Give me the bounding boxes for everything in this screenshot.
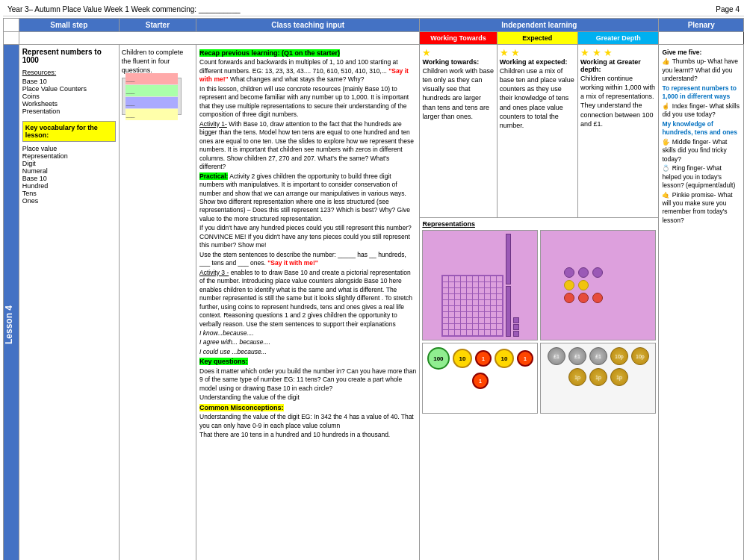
teaching-activity3: Activity 3 - enables to to draw Base 10 … xyxy=(199,269,416,329)
expected-subheader: Expected xyxy=(497,32,577,45)
italic1: I know...because.... xyxy=(199,329,416,337)
header-title: Year 3– Autumn Place Value Week 1 Week c… xyxy=(7,5,241,13)
teaching-para4: Use the stem sentences to describe the n… xyxy=(199,251,416,268)
starter-cell: Children to complete the fluent in four … xyxy=(119,45,196,561)
greater-stars: ★ ★ ★ xyxy=(580,47,656,58)
base10-display xyxy=(441,234,519,337)
greater-depth-text: Children continue working within 1,000 w… xyxy=(580,74,656,128)
resource-coins: Coins xyxy=(22,93,116,100)
italic2: I agree with... because.... xyxy=(199,338,416,346)
plenary-ring: 💍 Ring finger- What helped you in today'… xyxy=(662,164,740,190)
working-towards-text: Children work with base ten only as they… xyxy=(422,66,494,121)
expected-cell: ★ ★ Working at expected: Children use a … xyxy=(497,45,577,218)
vocab-numeral: Numeral xyxy=(22,167,116,175)
page-container: Year 3– Autumn Place Value Week 1 Week c… xyxy=(0,0,747,560)
recap-label: Recap previous learning: (Q1 on the star… xyxy=(199,49,340,57)
page-header: Year 3– Autumn Place Value Week 1 Week c… xyxy=(3,3,744,16)
pinkie-icon: 🤙 xyxy=(662,191,670,199)
real-coin-6: 1p xyxy=(568,368,586,386)
coin-10a: 10 xyxy=(453,349,472,368)
expected-stars: ★ ★ xyxy=(500,47,575,58)
representations-grid: 100 10 1 10 1 1 £1 xyxy=(422,230,656,414)
teaching-activity1: Activity 1- With Base 10, draw attention… xyxy=(199,120,416,172)
plenary-title: Give me five: xyxy=(662,49,740,57)
coin-1a: 1 xyxy=(475,350,492,367)
index-icon: ☝ xyxy=(662,102,670,110)
activity3-label: Activity 3 - xyxy=(199,269,229,276)
expected-text: Children use a mix of base ten and place… xyxy=(500,66,575,130)
plenary-thumb: 👍 Thumbs up- What have you learnt? What … xyxy=(662,57,740,83)
ring-icon: 💍 xyxy=(662,164,670,172)
vocab-representation: Representation xyxy=(22,152,116,160)
pvc-grid xyxy=(564,267,633,303)
real-coin-1: £1 xyxy=(548,347,565,365)
plenary-index-blue: My knowledge of hundreds, tens and ones xyxy=(662,120,740,137)
teaching-header: Class teaching input xyxy=(196,19,420,32)
real-coin-8: 1p xyxy=(610,368,628,386)
teaching-para1: Count forwards and backwards in multiple… xyxy=(199,58,416,84)
small-step-header: Small step xyxy=(19,19,119,32)
units-display xyxy=(513,317,519,337)
key-questions-label: Key questions: xyxy=(199,358,248,365)
header-page: Page 4 xyxy=(716,5,740,13)
teaching-para2: In this lesson, children will use concre… xyxy=(199,85,416,119)
resource-worksheets: Worksheets xyxy=(22,100,116,108)
small-step-cell: Represent numbers to 1000 Resources: Bas… xyxy=(19,45,119,561)
coin-1c: 1 xyxy=(472,373,489,389)
hundred-flat xyxy=(441,275,503,337)
resource-base10: Base 10 xyxy=(22,78,116,85)
coins-display: 100 10 1 10 1 1 xyxy=(426,346,534,390)
vocab-base10: Base 10 xyxy=(22,175,116,182)
small-step-title: Represent numbers to 1000 xyxy=(22,48,116,64)
working-towards-subheader: Working Towards xyxy=(420,32,497,45)
vocab-ones: Ones xyxy=(22,197,116,205)
thumb-icon: 👍 xyxy=(662,57,670,65)
resources-list: Base 10 Place Value Counters Coins Works… xyxy=(22,78,116,115)
vocab-hundred: Hundred xyxy=(22,182,116,190)
common-misconceptions: Common Misconceptions: xyxy=(199,403,416,412)
middle-icon: 🖐 xyxy=(662,138,670,146)
working-towards-label: Working towards: xyxy=(422,58,494,66)
real-coin-4: 10p xyxy=(610,347,628,365)
real-coin-3: £1 xyxy=(589,347,607,365)
independent-header: Independent learning xyxy=(420,19,659,32)
resource-pvc: Place Value Counters xyxy=(22,85,116,93)
rep-box-base10 xyxy=(422,230,538,340)
lesson-label-cell: Lesson 4 xyxy=(4,45,19,561)
teaching-cell: Recap previous learning: (Q1 on the star… xyxy=(196,45,420,561)
plenary-cell: Give me five: 👍 Thumbs up- What have you… xyxy=(659,45,744,561)
working-star: ★ xyxy=(422,47,494,58)
coin-100: 100 xyxy=(427,347,450,370)
key-questions: Key questions: xyxy=(199,357,416,366)
representations-label: Representations xyxy=(422,220,656,228)
teaching-para3: If you didn't have any hundred pieces co… xyxy=(199,224,416,249)
vocab-digit: Digit xyxy=(22,160,116,167)
real-coin-7: 1p xyxy=(589,368,607,386)
plenary-header: Plenary xyxy=(659,19,744,32)
coin-10b: 10 xyxy=(495,349,514,368)
representations-cell: Representations xyxy=(420,218,659,560)
greater-depth-label: Working at Greater depth: xyxy=(580,58,656,73)
greater-depth-cell: ★ ★ ★ Working at Greater depth: Children… xyxy=(578,45,659,218)
common2: That there are 10 tens in a hundred and … xyxy=(199,431,416,439)
lesson-label: Lesson 4 xyxy=(4,45,14,560)
real-coins-display: £1 £1 £1 10p 10p 1p 1p 1p xyxy=(544,346,652,387)
starter-image: ___ ___ ___ ___ xyxy=(122,78,182,115)
key-q2: Understanding the value of the digit xyxy=(199,393,416,402)
plenary-pinkie: 🤙 Pinkie promise- What will you make sur… xyxy=(662,191,740,225)
common1: Understanding the value of the digit EG:… xyxy=(199,413,416,430)
rep-box-real-coins: £1 £1 £1 10p 10p 1p 1p 1p xyxy=(540,343,656,414)
plenary-middle: 🖐 Middle finger- What skills did you fin… xyxy=(662,138,740,164)
vocab-place-value: Place value xyxy=(22,145,116,152)
key-vocab-box: Key vocabulary for the lesson: xyxy=(22,121,116,142)
real-coin-5: 10p xyxy=(631,347,649,365)
lesson-col-header xyxy=(4,19,19,32)
real-coin-2: £1 xyxy=(568,347,586,365)
key-q1: Does it matter which order you build the… xyxy=(199,367,416,393)
coin-1b: 1 xyxy=(517,350,533,367)
teaching-practical: Practical: Activity 2 gives children the… xyxy=(199,172,416,224)
say-it-2: "Say it with me!" xyxy=(267,259,318,267)
practical-label: Practical: xyxy=(199,172,228,180)
vocab-tens: Tens xyxy=(22,190,116,197)
expected-label: Working at expected: xyxy=(500,58,575,66)
